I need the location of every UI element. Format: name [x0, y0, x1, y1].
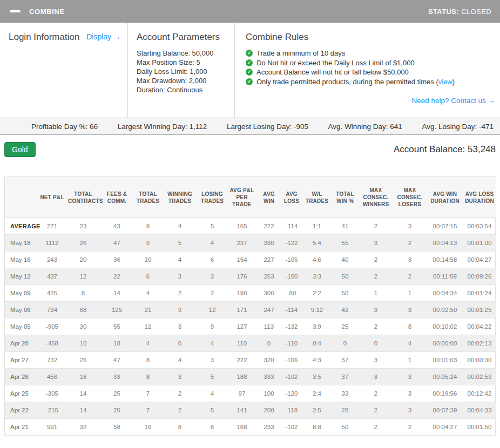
- stat-cell: 3: [393, 385, 427, 402]
- stat-cell: 12: [134, 318, 161, 335]
- stat-cell: 58: [99, 419, 134, 436]
- stat-cell: 200: [258, 402, 280, 419]
- column-header: TOTAL CONTRACTS: [67, 177, 99, 218]
- contact-us-link[interactable]: Need help? Contact us →: [411, 97, 495, 105]
- table-row: May 067346812521912171247-1149:12423300:…: [5, 302, 496, 318]
- stat-cell: 3:3: [303, 268, 331, 285]
- stat-cell: -102: [280, 369, 303, 385]
- stat-cell: 10: [67, 335, 99, 352]
- stat-cell: 0: [258, 335, 280, 352]
- stat-cell: 2: [161, 385, 198, 402]
- stat-cell: 125: [99, 302, 134, 318]
- stat-cell: 00:19:56: [427, 385, 463, 402]
- stat-cell: 55: [99, 318, 134, 335]
- status-indicator: STATUS: CLOSED: [428, 8, 491, 16]
- stat-cell: 110: [226, 335, 258, 352]
- stat-cell: 9: [134, 235, 161, 252]
- stat-cell: 100: [258, 385, 280, 402]
- stat-cell: 222: [258, 218, 280, 235]
- stat-cell: 127: [226, 318, 258, 335]
- panel-title: COMBINE: [29, 8, 65, 16]
- stat-cell: 50: [331, 419, 359, 436]
- stat-cell: 2:4: [303, 385, 331, 402]
- table-body: AVERAGE2712343945165222-1141:1412300:07:…: [5, 218, 496, 436]
- stat-cell: 68: [67, 302, 99, 318]
- stat-cell: 732: [37, 352, 67, 369]
- stat-cell: 333: [258, 369, 280, 385]
- stat-cell: 5: [161, 235, 198, 252]
- stat-cell: 2: [359, 385, 393, 402]
- combine-topbar: COMBINE STATUS: CLOSED: [0, 0, 500, 23]
- stat-cell: 10: [134, 252, 161, 268]
- stat-cell: 2:2: [303, 285, 331, 302]
- stat-cell: 8: [393, 318, 427, 335]
- stat-cell: 12: [67, 268, 99, 285]
- stat-cell: 4: [161, 252, 198, 268]
- stat-cell: 00:07:15: [427, 218, 463, 235]
- stat-cell: 14: [99, 285, 134, 302]
- stat-item: Largest Winning Day: 1,112: [118, 123, 207, 131]
- stat-cell: -110: [280, 335, 303, 352]
- stat-cell: 4: [198, 235, 226, 252]
- stat-cell: 26: [67, 352, 99, 369]
- stat-cell: 4: [134, 335, 161, 352]
- info-panel: Login Information Display → Account Para…: [0, 23, 500, 118]
- stat-cell: 2: [359, 268, 393, 285]
- status-value: CLOSED: [461, 8, 491, 16]
- stat-cell: 00:01:00: [463, 235, 496, 252]
- table-row: Apr 28-45810184041100-1100:400400:00:000…: [5, 335, 496, 352]
- column-header: W/L TRADES: [303, 177, 331, 218]
- stat-cell: 12: [198, 302, 226, 318]
- stat-cell: 2: [161, 402, 198, 419]
- display-login-link[interactable]: Display →: [86, 32, 121, 41]
- stat-cell: 00:02:13: [463, 335, 496, 352]
- stats-bar: Profitable Day %: 66Largest Winning Day:…: [0, 118, 500, 135]
- stat-cell: 154: [226, 252, 258, 268]
- stat-cell: 8: [161, 419, 198, 436]
- row-label: May 06: [5, 302, 37, 318]
- view-permitted-products-link[interactable]: view: [438, 78, 452, 86]
- product-tab-gold[interactable]: Gold: [4, 142, 36, 157]
- stat-cell: 222: [226, 352, 258, 369]
- stat-cell: 2:5: [303, 402, 331, 419]
- table-row: Apr 2199132581688168233-1028:8502200:04:…: [5, 419, 496, 436]
- stat-cell: 28: [331, 402, 359, 419]
- stat-cell: 3:9: [303, 318, 331, 335]
- stat-cell: 00:05:24: [427, 369, 463, 385]
- table-header-row: NET P&LTOTAL CONTRACTSFEES & COMM.TOTAL …: [5, 177, 496, 218]
- stat-cell: 2: [161, 285, 198, 302]
- column-header: AVG P&L PER TRADE: [226, 177, 258, 218]
- table-row: May 09425814422190300-802:2501100:04:340…: [5, 285, 496, 302]
- stat-cell: -118: [280, 402, 303, 419]
- stat-cell: 3: [393, 369, 427, 385]
- stat-cell: 8:8: [303, 419, 331, 436]
- stat-cell: -458: [37, 335, 67, 352]
- column-header: TOTAL WIN %: [331, 177, 359, 218]
- table-row: Apr 25-305142572497100-1202:4332300:19:5…: [5, 385, 496, 402]
- combine-rules-heading: Combine Rules: [246, 32, 495, 43]
- stat-cell: -132: [280, 318, 303, 335]
- stat-cell: 3: [359, 352, 393, 369]
- stat-cell: 3: [161, 268, 198, 285]
- stat-cell: 4: [161, 352, 198, 369]
- account-balance: Account Balance: 53,248: [394, 144, 496, 155]
- stat-cell: -122: [280, 235, 303, 252]
- column-header: FEES & COMM.: [99, 177, 134, 218]
- stat-cell: 57: [331, 352, 359, 369]
- login-information-section: Login Information Display →: [0, 23, 128, 118]
- stat-cell: 3: [359, 235, 393, 252]
- stat-cell: 6: [198, 252, 226, 268]
- stat-cell: 190: [226, 285, 258, 302]
- stat-cell: 4: [198, 335, 226, 352]
- stat-cell: 4: [134, 285, 161, 302]
- column-header: WINNING TRADES: [161, 177, 198, 218]
- table-row: May 1624320361046154227-1054:6402300:14:…: [5, 252, 496, 268]
- table-row: Apr 264561833835188333-1023:5373300:05:2…: [5, 369, 496, 385]
- stat-item: Profitable Day %: 66: [31, 123, 98, 131]
- table-row: May 124371222633176253-1003:3502200:11:5…: [5, 268, 496, 285]
- stat-cell: 47: [99, 352, 134, 369]
- stat-cell: 40: [331, 252, 359, 268]
- stat-cell: 36: [99, 252, 134, 268]
- collapse-panel-icon[interactable]: [10, 10, 21, 12]
- stat-cell: 3: [393, 302, 427, 318]
